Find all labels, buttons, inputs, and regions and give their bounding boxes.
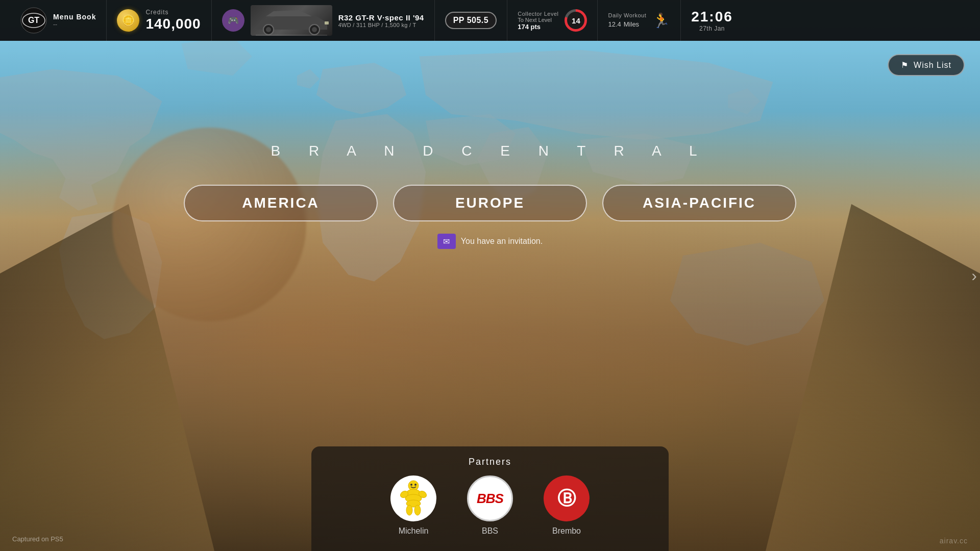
wish-list-label: Wish List — [914, 61, 951, 70]
partner-bbs[interactable]: BBS BBS — [467, 475, 513, 536]
envelope-icon: ✉ — [437, 234, 456, 249]
workout-label: Daily Workout — [608, 12, 646, 18]
svg-point-5 — [266, 27, 271, 32]
partners-title: Partners — [469, 457, 511, 467]
pp-badge: PP 505.5 — [445, 12, 497, 29]
car-menu-icon: 🎮 — [222, 9, 244, 32]
car-name: R32 GT-R V·spec II '94 — [338, 13, 424, 22]
michelin-logo — [390, 475, 436, 521]
right-arrow-button[interactable]: › — [968, 261, 980, 290]
runner-icon: 🏃 — [652, 12, 670, 29]
menu-book-label: Menu Book — [53, 13, 96, 21]
car-section: 🎮 R32 GT-R V·spec II '94 4WD / 311 BHP /… — [212, 0, 435, 41]
main-content: B R A N D C E N T R A L AMERICA EUROPE A… — [0, 41, 980, 551]
car-specs: 4WD / 311 BHP / 1,500 kg / T — [338, 22, 424, 28]
menu-book-section: GT Menu Book -- — [10, 0, 107, 41]
michelin-name: Michelin — [399, 527, 429, 536]
pp-section: PP 505.5 — [435, 0, 508, 41]
credits-section: 🪙 Credits 140,000 — [107, 0, 211, 41]
collector-level: 14 — [567, 12, 584, 29]
bbs-logo: BBS — [467, 475, 513, 521]
gt-logo: GT — [20, 7, 47, 34]
bbs-name: BBS — [482, 527, 498, 536]
date-display: 27th Jan — [699, 25, 725, 32]
watermark: airav.cc — [940, 537, 968, 545]
svg-point-6 — [312, 27, 317, 32]
partners-section: Partners — [311, 446, 669, 551]
collector-label: Collector Level — [518, 11, 558, 17]
invitation-notice[interactable]: ✉ You have an invitation. — [437, 234, 543, 249]
brembo-b-icon: Ⓑ — [557, 486, 576, 511]
europe-region-button[interactable]: EUROPE — [393, 185, 587, 221]
wish-list-button[interactable]: ⚑ Wish List — [888, 54, 965, 76]
time-section: 21:06 27th Jan — [681, 0, 743, 41]
workout-section: Daily Workout 12.4 Miles 🏃 — [598, 0, 681, 41]
brand-central-title: B R A N D C E N T R A L — [271, 143, 709, 159]
bbs-text: BBS — [477, 491, 503, 507]
invitation-text: You have an invitation. — [461, 237, 543, 246]
brembo-logo: Ⓑ — [544, 475, 590, 521]
workout-miles: 12.4 Miles — [608, 18, 646, 29]
svg-rect-7 — [325, 21, 329, 24]
partners-logos: Michelin BBS BBS Ⓑ Brembo — [390, 475, 590, 536]
credits-icon: 🪙 — [117, 9, 139, 32]
collector-level-circle: 14 — [565, 9, 587, 32]
svg-text:GT: GT — [28, 16, 39, 24]
region-buttons-container: AMERICA EUROPE ASIA-PACIFIC — [184, 185, 796, 221]
car-image — [251, 5, 332, 36]
collector-pts: 174 pts — [518, 23, 558, 31]
time-display: 21:06 — [691, 9, 733, 25]
partner-michelin[interactable]: Michelin — [390, 475, 436, 536]
header-bar: GT Menu Book -- 🪙 Credits 140,000 🎮 — [0, 0, 980, 41]
collector-section: Collector Level To Next Level 174 pts 14 — [507, 0, 598, 41]
credits-amount: 140,000 — [145, 16, 201, 32]
svg-point-9 — [410, 484, 412, 486]
svg-point-17 — [414, 505, 421, 515]
capture-text: Captured on PS5 — [12, 535, 63, 543]
collector-next: To Next Level — [518, 17, 558, 23]
america-region-button[interactable]: AMERICA — [184, 185, 378, 221]
credits-label: Credits — [145, 9, 201, 16]
asia-pacific-region-button[interactable]: ASIA-PACIFIC — [602, 185, 796, 221]
svg-point-10 — [414, 484, 416, 486]
svg-point-16 — [406, 505, 412, 515]
partner-brembo[interactable]: Ⓑ Brembo — [544, 475, 590, 536]
flag-icon: ⚑ — [901, 60, 909, 70]
brembo-name: Brembo — [552, 527, 581, 536]
menu-book-sub: -- — [53, 21, 96, 28]
